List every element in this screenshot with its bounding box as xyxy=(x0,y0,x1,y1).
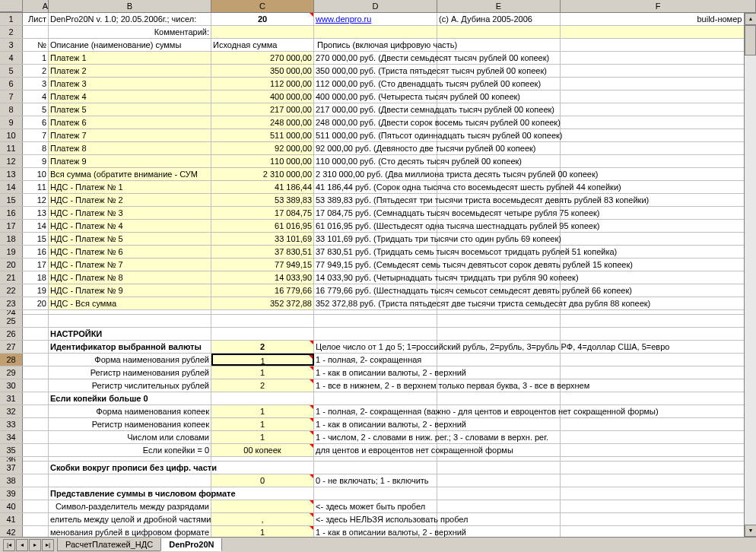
select-all-corner[interactable] xyxy=(0,0,23,12)
row-header-11[interactable]: 11 xyxy=(0,142,23,154)
cell-D27[interactable]: Целое число от 1 до 5; 1=российский рубл… xyxy=(314,341,437,353)
cell-B17[interactable]: НДС - Платеж № 4 xyxy=(49,220,211,232)
cell-D20[interactable]: 77 949,15 руб. (Семьдесят семь тысяч дев… xyxy=(314,259,437,271)
cell-A11[interactable]: 8 xyxy=(23,142,49,154)
cell-F29[interactable] xyxy=(561,366,756,379)
cell-B39[interactable]: Представление суммы в числовом формате xyxy=(49,487,211,500)
cell-A23[interactable]: 20 xyxy=(23,297,49,309)
cell-F30[interactable] xyxy=(561,379,756,392)
cell-A33[interactable] xyxy=(23,418,49,430)
row-header-4[interactable]: 4 xyxy=(0,52,23,64)
row-header-40[interactable]: 40 xyxy=(0,500,23,512)
cell-B22[interactable]: НДС - Платеж № 9 xyxy=(49,284,211,297)
cell-F10[interactable] xyxy=(561,129,756,141)
cell-E38[interactable] xyxy=(437,474,561,487)
cell-B3[interactable]: Описание (наименование) суммы xyxy=(49,39,211,51)
row-header-25[interactable]: 25 xyxy=(0,315,23,327)
cell-A17[interactable]: 14 xyxy=(23,220,49,232)
cell-C2[interactable] xyxy=(211,26,314,38)
cell-D33[interactable]: 1 - как в описании валюты, 2 - верхний xyxy=(314,418,437,430)
cell-B32[interactable]: Форма наименования копеек xyxy=(49,405,211,417)
spreadsheet-grid[interactable]: A B C D E F 1ЛистDenPro20N v. 1.0; 20.05… xyxy=(0,0,756,539)
cell-D37[interactable] xyxy=(314,462,437,474)
cell-A25[interactable] xyxy=(23,315,49,327)
cell-A6[interactable]: 3 xyxy=(23,78,49,90)
row-header-9[interactable]: 9 xyxy=(0,116,23,128)
row-header-23[interactable]: 23 xyxy=(0,297,23,309)
cell-A40[interactable] xyxy=(23,500,49,512)
cell-D19[interactable]: 37 830,51 руб. (Тридцать семь тысяч восе… xyxy=(314,246,437,258)
cell-E28[interactable] xyxy=(437,354,561,366)
cell-F38[interactable] xyxy=(561,474,756,487)
cell-A14[interactable]: 11 xyxy=(23,181,49,193)
cell-C21[interactable]: 14 033,90 xyxy=(211,271,314,284)
row-header-34[interactable]: 34 xyxy=(0,431,23,443)
row-header-35[interactable]: 35 xyxy=(0,444,23,456)
cell-F12[interactable] xyxy=(561,155,756,167)
cell-C33[interactable]: 1 xyxy=(211,418,314,430)
col-header-F[interactable]: F xyxy=(561,0,756,12)
cell-B27[interactable]: Идентификатор выбранной валюты xyxy=(49,341,211,353)
cell-D9[interactable]: 248 000,00 руб. (Двести сорок восемь тыс… xyxy=(314,116,437,128)
cell-D6[interactable]: 112 000,00 руб. (Сто двенадцать тысяч ру… xyxy=(314,78,437,90)
col-header-C[interactable]: C xyxy=(211,0,314,12)
cell-F7[interactable] xyxy=(561,90,756,103)
cell-D38[interactable]: 0 - не включать; 1 - включить xyxy=(314,474,437,487)
cell-B28[interactable]: Форма наименования рублей xyxy=(49,354,211,366)
cell-A39[interactable] xyxy=(23,487,49,500)
cell-C6[interactable]: 112 000,00 xyxy=(211,78,314,90)
cell-B5[interactable]: Платеж 2 xyxy=(49,65,211,77)
cell-F34[interactable] xyxy=(561,431,756,443)
cell-F11[interactable] xyxy=(561,142,756,154)
col-header-E[interactable]: E xyxy=(437,0,561,12)
cell-F37[interactable] xyxy=(561,462,756,474)
sheet-tab-DenPro20N[interactable]: DenPro20N xyxy=(160,538,222,551)
row-header-1[interactable]: 1 xyxy=(0,13,23,25)
cell-A21[interactable]: 18 xyxy=(23,271,49,284)
cell-A12[interactable]: 9 xyxy=(23,155,49,167)
row-header-18[interactable]: 18 xyxy=(0,233,23,245)
cell-F35[interactable] xyxy=(561,444,756,456)
cell-C35[interactable]: 00 копеек xyxy=(211,444,314,456)
cell-D4[interactable]: 270 000,00 руб. (Двести семьдесят тысяч … xyxy=(314,52,437,64)
cell-E39[interactable] xyxy=(437,487,561,500)
cell-C22[interactable]: 16 779,66 xyxy=(211,284,314,297)
cell-C1[interactable]: 20 xyxy=(211,13,314,25)
row-header-13[interactable]: 13 xyxy=(0,168,23,180)
cell-C13[interactable]: 2 310 000,00 xyxy=(211,168,314,180)
cell-C4[interactable]: 270 000,00 xyxy=(211,52,314,64)
cell-D15[interactable]: 53 389,83 руб. (Пятьдесят три тысячи три… xyxy=(314,194,437,206)
cell-B1[interactable]: DenPro20N v. 1.0; 20.05.2006г.; чисел: xyxy=(49,13,211,25)
cell-D35[interactable]: для центов и евроцентов нет сокращенной … xyxy=(314,444,437,456)
cell-D29[interactable]: 1 - как в описании валюты, 2 - верхний xyxy=(314,366,437,379)
row-header-21[interactable]: 21 xyxy=(0,271,23,284)
cell-C37[interactable] xyxy=(211,462,314,474)
row-header-29[interactable]: 29 xyxy=(0,366,23,379)
row-header-17[interactable]: 17 xyxy=(0,220,23,232)
cell-C8[interactable]: 217 000,00 xyxy=(211,103,314,116)
row-header-16[interactable]: 16 xyxy=(0,207,23,219)
cell-B9[interactable]: Платеж 6 xyxy=(49,116,211,128)
tab-nav-last[interactable]: ▸| xyxy=(42,539,54,551)
cell-E40[interactable] xyxy=(437,500,561,512)
cell-A8[interactable]: 5 xyxy=(23,103,49,116)
cell-B33[interactable]: Регистр наименования копеек xyxy=(49,418,211,430)
cell-B4[interactable]: Платеж 1 xyxy=(49,52,211,64)
cell-D34[interactable]: 1 - числом, 2 - словами в ниж. рег.; 3 -… xyxy=(314,431,437,443)
cell-F26[interactable] xyxy=(561,328,756,340)
row-header-3[interactable]: 3 xyxy=(0,39,23,51)
cell-C29[interactable]: 1 xyxy=(211,366,314,379)
cell-C23[interactable]: 352 372,88 xyxy=(211,297,314,309)
tab-nav-next[interactable]: ▸ xyxy=(29,539,41,551)
cell-C26[interactable] xyxy=(211,328,314,340)
cell-D13[interactable]: 2 310 000,00 руб. (Два миллиона триста д… xyxy=(314,168,437,180)
cell-B6[interactable]: Платеж 3 xyxy=(49,78,211,90)
cell-D7[interactable]: 400 000,00 руб. (Четыреста тысяч рублей … xyxy=(314,90,437,103)
cell-E25[interactable] xyxy=(437,315,561,327)
row-header-27[interactable]: 27 xyxy=(0,341,23,353)
col-header-B[interactable]: B xyxy=(49,0,211,12)
cell-E26[interactable] xyxy=(437,328,561,340)
cell-C38[interactable]: 0 xyxy=(211,474,314,487)
cell-A41[interactable] xyxy=(23,513,49,525)
cell-B8[interactable]: Платеж 5 xyxy=(49,103,211,116)
